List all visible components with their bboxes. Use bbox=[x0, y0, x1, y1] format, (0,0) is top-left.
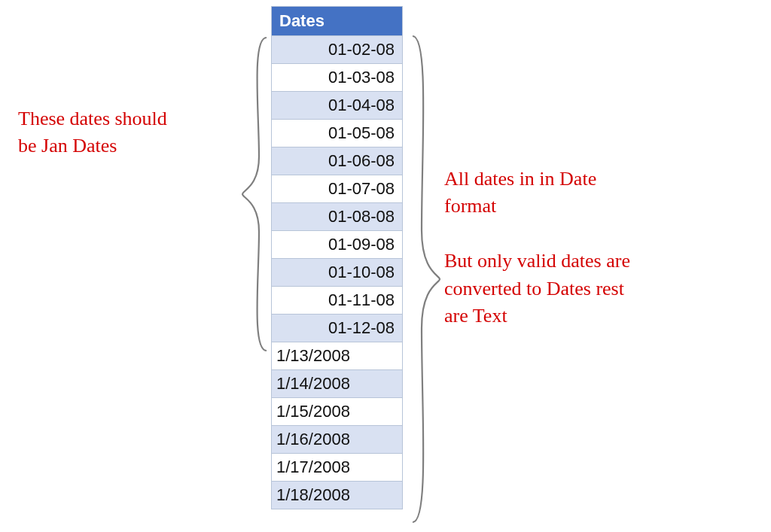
date-cell: 1/16/2008 bbox=[272, 426, 403, 454]
table-row: 01-11-08 bbox=[272, 287, 403, 315]
table-row: 1/18/2008 bbox=[272, 482, 403, 509]
date-cell: 01-10-08 bbox=[272, 259, 403, 287]
date-cell: 01-05-08 bbox=[272, 120, 403, 147]
table-row: 01-02-08 bbox=[272, 36, 403, 64]
table-row: 01-07-08 bbox=[272, 175, 403, 203]
table-row: 01-12-08 bbox=[272, 315, 403, 342]
table-row: 1/13/2008 bbox=[272, 342, 403, 370]
date-cell: 01-07-08 bbox=[272, 175, 403, 203]
annotation-left: These dates should be Jan Dates bbox=[18, 105, 244, 160]
date-cell: 01-02-08 bbox=[272, 36, 403, 64]
table-row: 1/16/2008 bbox=[272, 426, 403, 454]
annotation-right: All dates in in Date format But only val… bbox=[444, 166, 745, 330]
table-row: 01-06-08 bbox=[272, 147, 403, 175]
dates-table: Dates 01-02-0801-03-0801-04-0801-05-0801… bbox=[271, 6, 403, 509]
table-row: 1/15/2008 bbox=[272, 398, 403, 426]
table-row: 01-09-08 bbox=[272, 231, 403, 259]
table-row: 01-03-08 bbox=[272, 64, 403, 92]
date-cell: 01-08-08 bbox=[272, 203, 403, 231]
date-cell: 01-12-08 bbox=[272, 315, 403, 342]
table-row: 01-10-08 bbox=[272, 259, 403, 287]
date-cell: 01-09-08 bbox=[272, 231, 403, 259]
left-brace-icon bbox=[239, 36, 270, 352]
date-cell: 1/14/2008 bbox=[272, 370, 403, 398]
date-cell: 1/17/2008 bbox=[272, 454, 403, 482]
date-cell: 01-03-08 bbox=[272, 64, 403, 92]
date-cell: 1/18/2008 bbox=[272, 482, 403, 509]
table-row: 01-05-08 bbox=[272, 120, 403, 147]
date-cell: 01-04-08 bbox=[272, 92, 403, 120]
date-cell: 01-06-08 bbox=[272, 147, 403, 175]
date-cell: 1/13/2008 bbox=[272, 342, 403, 370]
table-row: 1/14/2008 bbox=[272, 370, 403, 398]
dates-column-header: Dates bbox=[272, 7, 403, 36]
right-brace-icon bbox=[405, 35, 441, 524]
date-cell: 01-11-08 bbox=[272, 287, 403, 315]
date-cell: 1/15/2008 bbox=[272, 398, 403, 426]
table-row: 01-04-08 bbox=[272, 92, 403, 120]
table-row: 1/17/2008 bbox=[272, 454, 403, 482]
table-row: 01-08-08 bbox=[272, 203, 403, 231]
